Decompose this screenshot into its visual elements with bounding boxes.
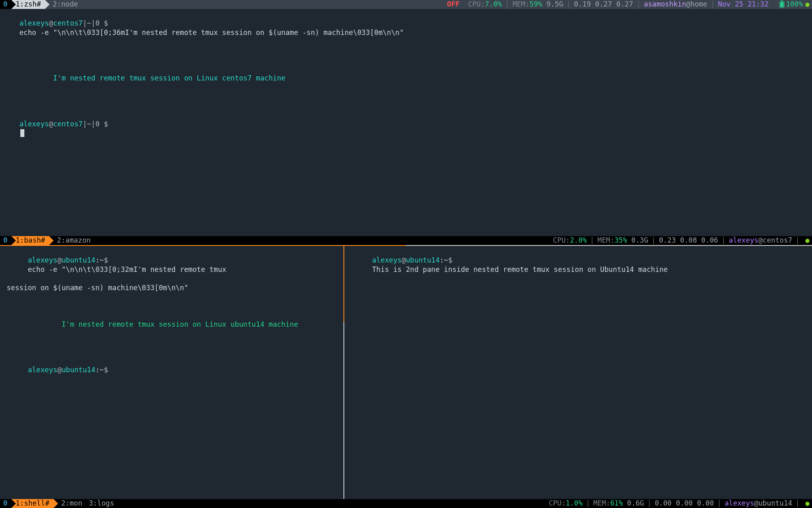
mem-size: 0.3G <box>631 236 648 245</box>
hostname: @centos7 <box>758 236 792 245</box>
battery-pct: 100% <box>786 0 803 9</box>
cmd-line: echo -e "\n\n\t\033[0;32mI'm nested remo… <box>28 265 226 274</box>
loadavg: 0.00 0.00 0.00 <box>655 499 714 508</box>
chevron-right-icon <box>11 0 16 9</box>
chevron-right-icon <box>45 0 50 9</box>
mem-label: MEM: <box>512 0 529 9</box>
separator: | <box>633 0 644 9</box>
status-dot-icon: ● <box>803 499 810 508</box>
chevron-right-icon <box>49 236 54 245</box>
cpu-value: 7.0% <box>485 0 502 9</box>
cpu-value: 2.0% <box>570 236 587 245</box>
statusbar-top: 0 1:zsh# 2:node OFF CPU: 7.0% | MEM: 59%… <box>0 0 812 9</box>
pane-centos7[interactable]: alexeys@centos7|~|0 $ echo -e "\n\n\t\03… <box>0 9 812 236</box>
separator: | <box>563 0 574 9</box>
cpu-value: 1.0% <box>566 499 583 508</box>
cmd-line: This is 2nd pane inside nested remote tm… <box>372 265 667 274</box>
cpu-label: CPU: <box>553 236 570 245</box>
mem-size: 9.5G <box>546 0 564 9</box>
mem-pct: 61% <box>610 499 623 508</box>
statusbar-mid: 0 1:bash# 2:amazon CPU: 2.0% | MEM: 35% … <box>0 236 812 245</box>
loadavg: 0.23 0.08 0.06 <box>659 236 718 245</box>
status-dot-icon: ● <box>803 236 810 245</box>
mem-pct: 35% <box>614 236 627 245</box>
status-dot-icon: ● <box>803 0 810 9</box>
username: alexeys <box>729 236 758 245</box>
cursor-icon <box>20 129 24 137</box>
tab-inactive-top[interactable]: 2:node <box>50 0 81 9</box>
off-indicator: OFF <box>447 0 460 9</box>
username: alexeys <box>725 499 754 508</box>
hostname: @home <box>686 0 707 9</box>
session-index-top[interactable]: 0 <box>0 0 11 9</box>
tab-inactive-bottom-2[interactable]: 3:logs <box>86 499 117 508</box>
separator: | <box>502 0 512 9</box>
cpu-label: CPU: <box>549 499 566 508</box>
tab-active-top[interactable]: 1:zsh# <box>11 0 45 9</box>
mem-size: 0.6G <box>627 499 644 508</box>
separator: | <box>707 0 718 9</box>
prompt-user: alexeys <box>19 19 49 27</box>
datetime: Nov 25 21:32 <box>718 0 769 9</box>
tab-inactive-mid[interactable]: 2:amazon <box>54 236 94 245</box>
hostname: @ubuntu14 <box>754 499 793 508</box>
username: asamoshkin <box>644 0 686 9</box>
chevron-right-icon <box>11 236 16 245</box>
battery-icon <box>780 1 784 8</box>
chevron-right-icon <box>11 499 16 508</box>
loadavg: 0.19 0.27 0.27 <box>574 0 633 9</box>
tab-active-bottom[interactable]: 1:shell# <box>11 499 53 508</box>
tab-inactive-bottom-1[interactable]: 2:mon <box>58 499 86 508</box>
cpu-label: CPU: <box>468 0 485 9</box>
mem-pct: 59% <box>529 0 542 9</box>
session-index-bottom[interactable]: 0 <box>0 499 11 508</box>
output-line: I'm nested remote tmux session on Linux … <box>62 320 298 328</box>
output-line: I'm nested remote tmux session on Linux … <box>53 74 285 82</box>
mem-label: MEM: <box>593 499 610 508</box>
pane-ubuntu-left[interactable]: alexeys@ubuntu14:~$ echo -e "\n\n\t\033[… <box>0 246 343 499</box>
session-index-mid[interactable]: 0 <box>0 236 11 245</box>
mem-label: MEM: <box>598 236 615 245</box>
chevron-right-icon <box>54 499 58 508</box>
tab-active-mid[interactable]: 1:bash# <box>11 236 49 245</box>
cmd-line: echo -e "\n\n\t\033[0;36mI'm nested remo… <box>19 28 404 37</box>
pane-ubuntu-right[interactable]: alexeys@ubuntu14:~$ This is 2nd pane ins… <box>344 246 812 499</box>
statusbar-bottom: 0 1:shell# 2:mon 3:logs CPU: 1.0% | MEM:… <box>0 499 812 508</box>
